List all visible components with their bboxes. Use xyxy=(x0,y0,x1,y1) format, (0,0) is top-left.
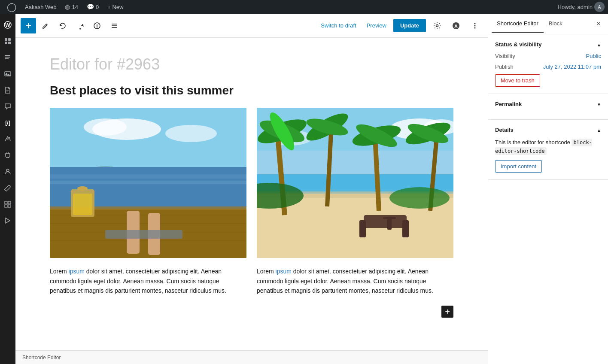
svg-point-26 xyxy=(84,118,127,136)
move-to-trash-button[interactable]: Move to trash xyxy=(495,74,540,87)
svg-point-23 xyxy=(474,27,476,28)
svg-rect-3 xyxy=(8,38,11,41)
details-header[interactable]: Details xyxy=(495,127,601,133)
panel-close-button[interactable]: × xyxy=(593,18,605,30)
editor-content[interactable]: Editor for #2963 Best places to visit th… xyxy=(15,38,488,350)
add-block-bottom-button[interactable]: + xyxy=(441,306,453,318)
status-visibility-section: Status & visibility Visibility Public Pu… xyxy=(488,34,608,94)
svg-rect-2 xyxy=(5,38,7,41)
sidebar-icon-tools[interactable] xyxy=(0,180,15,196)
sidebar-icon-users[interactable] xyxy=(0,164,15,179)
svg-point-11 xyxy=(6,169,9,172)
sidebar-icon-posts[interactable] xyxy=(0,50,15,65)
sidebar-icon-pages[interactable] xyxy=(0,82,15,98)
svg-rect-72 xyxy=(383,217,396,219)
astra-button[interactable]: A xyxy=(448,18,464,33)
add-block-button[interactable] xyxy=(21,18,36,33)
switch-to-draft-link[interactable]: Switch to draft xyxy=(317,20,359,31)
svg-rect-12 xyxy=(5,201,7,204)
revisions-count: 14 xyxy=(72,4,78,10)
preview-link[interactable]: Preview xyxy=(363,20,390,31)
undo-button[interactable] xyxy=(55,18,70,33)
sidebar-icon-media[interactable] xyxy=(0,66,15,82)
sidebar-icon-comments[interactable] xyxy=(0,99,15,114)
sidebar-icon-wordpress[interactable]: W xyxy=(0,17,15,33)
publish-row: Publish July 27, 2022 11:07 pm xyxy=(495,64,601,70)
howdy-text: Howdy, admin xyxy=(558,4,593,10)
tab-block[interactable]: Block xyxy=(544,15,568,33)
wordpress-logo: ◯ xyxy=(7,2,16,12)
avatar[interactable]: A xyxy=(594,2,605,12)
permalink-title: Permalink xyxy=(495,101,522,107)
wp-logo[interactable]: ◯ xyxy=(3,0,20,14)
sidebar-icon-appearance[interactable] xyxy=(0,131,15,147)
redo-button[interactable] xyxy=(72,18,88,33)
sidebar-icon-play[interactable] xyxy=(0,213,15,228)
list-view-button[interactable] xyxy=(106,18,122,33)
svg-rect-15 xyxy=(8,205,11,207)
sidebar-icon-plugins[interactable] xyxy=(0,148,15,163)
bottom-bar: Shortcode Editor xyxy=(15,350,488,364)
svg-point-22 xyxy=(474,25,476,26)
svg-point-8 xyxy=(7,138,9,140)
info-button[interactable] xyxy=(89,18,105,33)
details-title: Details xyxy=(495,127,514,133)
svg-marker-16 xyxy=(6,218,10,223)
toolbar: Switch to draft Preview Update A xyxy=(15,14,488,38)
svg-rect-71 xyxy=(402,220,409,237)
svg-rect-5 xyxy=(8,42,11,44)
sidebar-icon-settings[interactable] xyxy=(0,197,15,212)
svg-rect-31 xyxy=(50,174,246,179)
update-button[interactable]: Update xyxy=(393,19,426,32)
new-content-label: + New xyxy=(107,4,123,10)
status-visibility-toggle-icon xyxy=(597,41,601,48)
comments-icon: 💬 xyxy=(87,3,94,10)
edit-button[interactable] xyxy=(38,18,53,33)
site-name[interactable]: Aakash Web xyxy=(21,0,60,14)
details-section: Details This is the editor for shortcode… xyxy=(488,120,608,180)
svg-text:A: A xyxy=(454,24,458,29)
editor-container: Switch to draft Preview Update A Editor … xyxy=(15,14,488,364)
sidebar-icon-dashboard[interactable] xyxy=(0,33,15,49)
svg-point-42 xyxy=(77,186,88,191)
image-right[interactable] xyxy=(257,108,453,258)
app-container: W [/] xyxy=(0,14,608,364)
permalink-toggle-icon xyxy=(597,101,601,107)
text-right: Lorem ipsum dolor sit amet, consectetuer… xyxy=(257,267,453,295)
admin-bar-right: Howdy, admin A xyxy=(558,2,605,12)
details-desc-text: This is the editor for shortcode xyxy=(495,139,570,146)
sidebar-icon-shortcode[interactable]: [/] xyxy=(0,115,15,130)
comments-count: 0 xyxy=(96,4,99,10)
svg-rect-4 xyxy=(5,42,7,44)
new-content-link[interactable]: + New xyxy=(104,0,127,14)
svg-rect-40 xyxy=(73,194,92,215)
image-row xyxy=(50,108,453,258)
svg-rect-24 xyxy=(50,108,246,168)
status-visibility-header[interactable]: Status & visibility xyxy=(495,41,601,48)
toolbar-right: Switch to draft Preview Update A xyxy=(317,18,483,33)
permalink-header[interactable]: Permalink xyxy=(495,101,601,107)
svg-rect-70 xyxy=(359,220,366,237)
permalink-section: Permalink xyxy=(488,94,608,120)
svg-rect-14 xyxy=(5,205,7,207)
revisions-icon: ◍ xyxy=(65,3,70,10)
text-right-content: Lorem ipsum dolor sit amet, consectetuer… xyxy=(257,268,433,294)
trash-container: Move to trash xyxy=(495,74,601,87)
text-row: Lorem ipsum dolor sit amet, consectetuer… xyxy=(50,267,453,295)
post-title: Editor for #2963 xyxy=(50,55,453,73)
import-content-button[interactable]: Import content xyxy=(495,160,542,173)
revisions-link[interactable]: ◍ 14 xyxy=(61,0,81,14)
more-options-button[interactable] xyxy=(467,18,483,33)
visibility-value[interactable]: Public xyxy=(586,53,601,59)
svg-rect-32 xyxy=(50,181,246,184)
settings-button[interactable] xyxy=(429,18,445,33)
comments-link[interactable]: 💬 0 xyxy=(83,0,102,14)
admin-bar: ◯ Aakash Web ◍ 14 💬 0 + New Howdy, admin… xyxy=(0,0,608,14)
svg-rect-73 xyxy=(387,219,392,230)
publish-value[interactable]: July 27, 2022 11:07 pm xyxy=(543,64,601,70)
visibility-row: Visibility Public xyxy=(495,53,601,59)
bottom-bar-label: Shortcode Editor xyxy=(22,355,61,361)
tab-shortcode-editor[interactable]: Shortcode Editor xyxy=(492,15,544,33)
image-left[interactable] xyxy=(50,108,246,258)
shortcode-symbol: [/] xyxy=(5,120,10,126)
